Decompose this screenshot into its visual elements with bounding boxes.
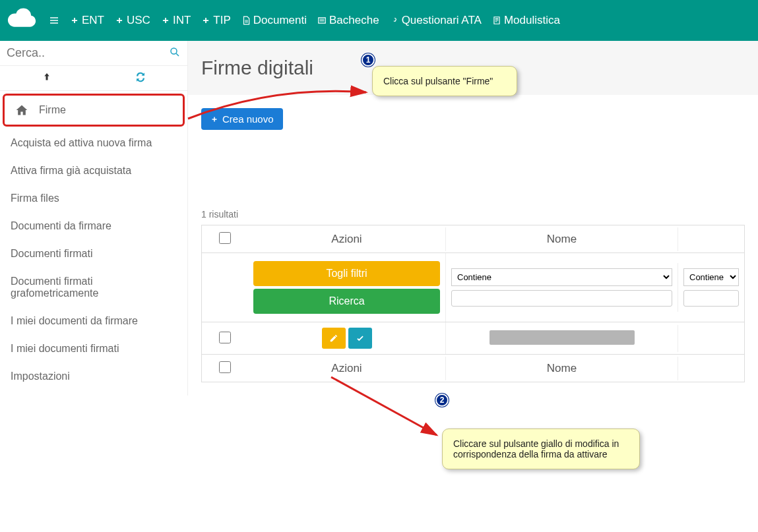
cloud-logo [5, 7, 38, 34]
col-footer-name: Nome [446, 357, 678, 380]
nav-ent[interactable]: ENT [66, 10, 108, 31]
extra-filter-mode[interactable]: Contiene [683, 268, 739, 286]
col-header-name: Nome [446, 227, 678, 251]
name-filter-input[interactable] [451, 290, 672, 307]
select-all-footer-checkbox[interactable] [219, 361, 231, 373]
nav-usc[interactable]: USC [111, 10, 154, 31]
topbar: ENT USC INT TIP Documenti Bacheche Quest… [0, 0, 758, 41]
nav-questionari[interactable]: Questionari ATA [386, 10, 486, 31]
search-button[interactable]: Ricerca [253, 289, 440, 314]
nav-int[interactable]: INT [157, 10, 195, 31]
toggle-filters-button[interactable]: Togli filtri [253, 261, 440, 286]
nav-tip[interactable]: TIP [197, 10, 234, 31]
sidebar-item-firmati[interactable]: Documenti firmati [0, 240, 187, 268]
sidebar-item-label: Firme [39, 104, 66, 116]
sidebar-item-grafometric[interactable]: Documenti firmati grafometricamente [0, 268, 187, 307]
svg-point-0 [171, 48, 177, 54]
step-badge-2: 2 [435, 394, 449, 407]
sidebar-item-attiva[interactable]: Attiva firma già acquistata [0, 157, 187, 185]
search-icon[interactable] [169, 46, 181, 60]
edit-button[interactable] [322, 328, 346, 349]
step-badge-1: 1 [362, 53, 375, 67]
confirm-button[interactable] [348, 328, 372, 349]
create-button[interactable]: Crea nuovo [201, 108, 283, 130]
nav-documenti[interactable]: Documenti [237, 10, 311, 31]
sidebar-item-impostazioni[interactable]: Impostazioni [0, 363, 187, 390]
refresh-icon[interactable] [94, 66, 187, 90]
sidebar-item-dafirmare[interactable]: Documenti da firmare [0, 212, 187, 240]
callout-1: Clicca sul pulsante "Firme" [372, 66, 517, 96]
redacted-name [490, 330, 635, 345]
col-footer-actions: Azioni [248, 357, 446, 380]
row-checkbox[interactable] [219, 332, 231, 343]
sidebar: Firme Acquista ed attiva nuova firma Att… [0, 41, 188, 396]
sidebar-item-miei-firmati[interactable]: I miei documenti firmati [0, 335, 187, 363]
nav-modulistica[interactable]: Modulistica [488, 10, 564, 31]
sidebar-item-firmafiles[interactable]: Firma files [0, 185, 187, 212]
select-all-checkbox[interactable] [219, 232, 231, 244]
results-count: 1 risultati [201, 209, 745, 220]
hamburger-icon[interactable] [45, 11, 63, 30]
sidebar-item-acquista[interactable]: Acquista ed attiva nuova firma [0, 129, 187, 157]
search-input[interactable] [7, 46, 169, 60]
table-row [202, 322, 744, 355]
upload-icon[interactable] [0, 66, 94, 90]
sidebar-item-firme[interactable]: Firme [3, 94, 185, 127]
extra-filter-input[interactable] [683, 290, 739, 307]
callout-2: Cliccare sul pulsante giallo di modifica… [442, 429, 640, 469]
name-filter-mode[interactable]: Contiene [451, 268, 672, 286]
nav-bacheche[interactable]: Bacheche [313, 10, 383, 31]
sidebar-item-miei-dafirmare[interactable]: I miei documenti da firmare [0, 307, 187, 335]
col-header-actions: Azioni [248, 227, 446, 251]
results-table: Azioni Nome Togli filtri Ricerca Contien… [201, 225, 745, 382]
